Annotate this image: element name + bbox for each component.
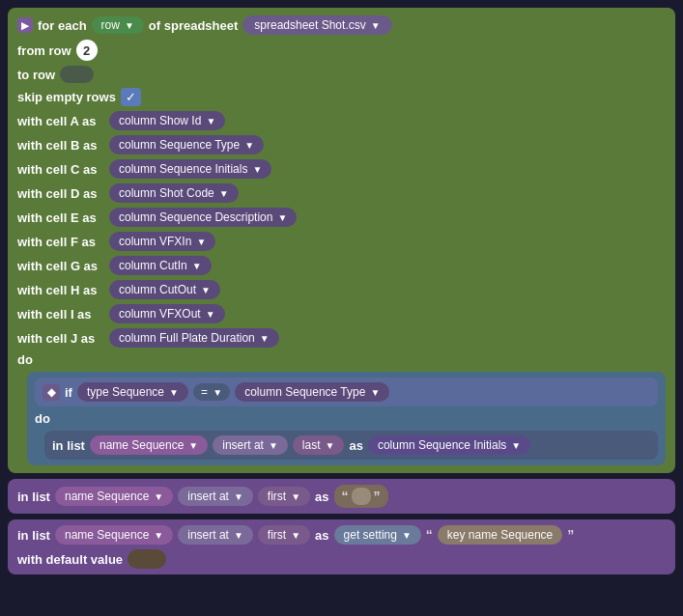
do-label-row: do <box>17 352 666 367</box>
cell-d-row: with cell D as column Shot Code ▼ <box>17 183 666 203</box>
for-each-block: ▶ for each row ▼ of spreadsheet spreadsh… <box>8 8 675 473</box>
row-pill[interactable]: row ▼ <box>92 16 144 34</box>
cell-h-column[interactable]: column CutOut ▼ <box>109 280 220 299</box>
insert-at-pill-2[interactable]: insert at ▼ <box>178 525 253 545</box>
first-pill-2[interactable]: first ▼ <box>258 525 310 545</box>
from-row-value[interactable]: 2 <box>76 40 98 61</box>
in-list-label-1: in list <box>17 490 50 504</box>
in-list-label-2: in list <box>17 528 50 543</box>
spreadsheet-dropdown-arrow: ▼ <box>371 20 381 31</box>
col-seq-initials-pill[interactable]: column Sequence Initials ▼ <box>368 435 530 455</box>
cell-j-row: with cell J as column Full Plate Duratio… <box>17 328 666 348</box>
to-row-value[interactable] <box>60 66 94 83</box>
cell-e-column[interactable]: column Sequence Description ▼ <box>109 208 297 227</box>
cell-f-column[interactable]: column VFXIn ▼ <box>109 232 215 251</box>
name-seq-pill-2[interactable]: name Sequence ▼ <box>55 525 173 545</box>
cell-h-row: with cell H as column CutOut ▼ <box>17 280 666 299</box>
row-dropdown-arrow: ▼ <box>125 20 134 31</box>
in-list-label-inner: in list <box>52 438 85 453</box>
cell-h-label: with cell H as <box>17 283 104 297</box>
as-label-2: as <box>315 528 328 543</box>
skip-empty-row: skip empty rows ✓ <box>17 88 666 106</box>
default-value-oval[interactable] <box>128 549 166 569</box>
cell-a-row: with cell A as column Show Id ▼ <box>17 111 666 130</box>
cell-c-row: with cell C as column Sequence Initials … <box>17 159 666 179</box>
cell-g-column[interactable]: column CutIn ▼ <box>109 256 212 275</box>
blank-value-1[interactable] <box>352 488 371 505</box>
of-spreadsheet-label: of spreadsheet <box>149 18 238 33</box>
quote-open-1: “ <box>342 489 349 504</box>
checkmark-icon: ✓ <box>126 90 136 104</box>
key-name-pill[interactable]: key name Sequence <box>438 525 562 545</box>
to-row-label: to row <box>17 68 55 82</box>
as-label-inner: as <box>349 438 362 453</box>
col-seq-type-pill[interactable]: column Sequence Type ▼ <box>235 382 389 402</box>
cell-e-row: with cell E as column Sequence Descripti… <box>17 208 666 227</box>
do-label: do <box>17 352 33 367</box>
cell-i-row: with cell I as column VFXOut ▼ <box>17 304 666 323</box>
block-icon: ▶ <box>17 17 33 33</box>
inner-do-label-row: do <box>35 411 658 426</box>
from-row-label: from row <box>17 43 71 58</box>
cell-c-column[interactable]: column Sequence Initials ▼ <box>109 159 271 179</box>
cell-a-label: with cell A as <box>17 114 104 128</box>
spreadsheet-pill[interactable]: spreadsheet Shot.csv ▼ <box>242 15 391 35</box>
from-row-row: from row 2 <box>17 40 666 61</box>
main-container: ▶ for each row ▼ of spreadsheet spreadsh… <box>8 8 675 574</box>
for-each-row: ▶ for each row ▼ of spreadsheet spreadsh… <box>17 15 666 35</box>
name-seq-pill-inner[interactable]: name Sequence ▼ <box>90 435 208 455</box>
name-seq-pill-1[interactable]: name Sequence ▼ <box>55 487 173 506</box>
cell-b-label: with cell B as <box>17 138 104 153</box>
with-default-label: with default value <box>17 552 123 567</box>
cell-d-column[interactable]: column Shot Code ▼ <box>109 183 239 203</box>
cell-e-label: with cell E as <box>17 210 104 225</box>
do-block: ◆ if type Sequence ▼ = ▼ column Sequence… <box>27 372 666 465</box>
last-pill[interactable]: last ▼ <box>293 435 345 455</box>
quote-close-1: ” <box>374 489 381 504</box>
bottom-block-1: in list name Sequence ▼ insert at ▼ firs… <box>8 479 675 514</box>
cell-j-column[interactable]: column Full Plate Duration ▼ <box>109 328 279 348</box>
if-icon: ◆ <box>43 384 60 401</box>
quote-open-2: “ <box>426 527 433 543</box>
type-sequence-pill[interactable]: type Sequence ▼ <box>77 382 188 402</box>
cell-i-label: with cell I as <box>17 307 104 322</box>
cell-b-row: with cell B as column Sequence Type ▼ <box>17 135 666 154</box>
if-label: if <box>65 385 72 400</box>
skip-empty-checkbox[interactable]: ✓ <box>121 88 141 106</box>
if-block: ◆ if type Sequence ▼ = ▼ column Sequence… <box>35 378 658 406</box>
cell-g-label: with cell G as <box>17 259 104 273</box>
bottom-block-2: in list name Sequence ▼ insert at ▼ firs… <box>8 519 675 574</box>
insert-at-pill-1[interactable]: insert at ▼ <box>178 487 253 506</box>
inner-do-label: do <box>35 411 50 426</box>
skip-empty-label: skip empty rows <box>17 90 116 104</box>
insert-at-pill-inner[interactable]: insert at ▼ <box>213 435 288 455</box>
cell-i-column[interactable]: column VFXOut ▼ <box>109 304 225 323</box>
cell-b-column[interactable]: column Sequence Type ▼ <box>109 135 264 154</box>
cell-d-label: with cell D as <box>17 186 104 201</box>
first-pill-1[interactable]: first ▼ <box>258 487 310 506</box>
cell-g-row: with cell G as column CutIn ▼ <box>17 256 666 275</box>
as-label-1: as <box>315 490 328 504</box>
eq-pill[interactable]: = ▼ <box>193 383 230 401</box>
quotes-pill-1[interactable]: “ ” <box>334 485 388 508</box>
cell-a-column[interactable]: column Show Id ▼ <box>109 111 225 130</box>
do-inner-block: in list name Sequence ▼ insert at ▼ last… <box>44 431 658 460</box>
to-row-row: to row <box>17 66 666 83</box>
cell-f-label: with cell F as <box>17 235 104 249</box>
get-setting-pill[interactable]: get setting ▼ <box>334 525 421 545</box>
quote-close-2: ” <box>567 527 574 543</box>
cell-f-row: with cell F as column VFXIn ▼ <box>17 232 666 251</box>
cell-j-label: with cell J as <box>17 331 104 346</box>
cell-c-label: with cell C as <box>17 162 104 177</box>
for-each-label: for each <box>38 18 87 33</box>
